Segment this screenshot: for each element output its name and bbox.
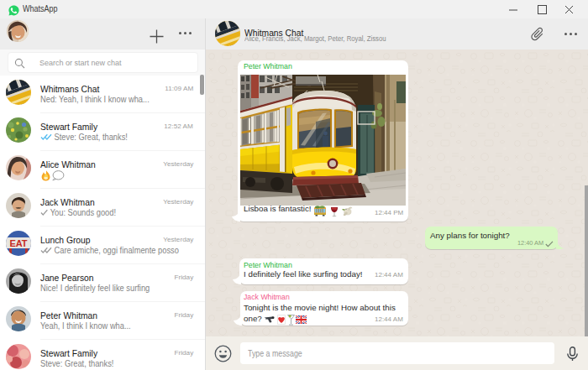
svg-text:EAT: EAT bbox=[9, 238, 27, 248]
